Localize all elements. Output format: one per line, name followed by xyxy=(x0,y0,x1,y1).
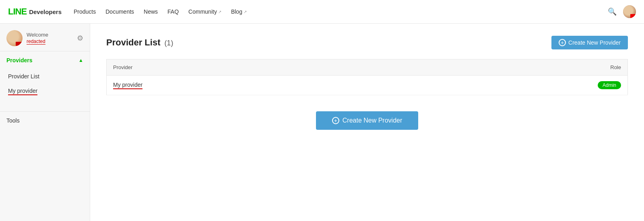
sidebar-avatar-flag xyxy=(16,42,22,46)
sidebar: Welcome redacted ⚙ Providers ▲ Provider … xyxy=(0,24,90,221)
sidebar-welcome: Welcome xyxy=(27,32,77,38)
sidebar-item-my-provider-wrapper: My provider xyxy=(0,84,90,99)
provider-count: (1) xyxy=(164,39,173,47)
provider-name-link[interactable]: My provider xyxy=(113,82,142,89)
column-header-role: Role xyxy=(387,59,628,76)
sidebar-providers-section: Providers ▲ Provider List My provider xyxy=(0,51,90,99)
main-content: Provider List (1) + Create New Provider … xyxy=(90,24,644,221)
providers-section-title: Providers xyxy=(6,57,33,63)
nav-item-faq[interactable]: FAQ xyxy=(167,8,179,15)
providers-section-header[interactable]: Providers ▲ xyxy=(0,51,90,69)
external-link-icon: ↗ xyxy=(218,10,221,14)
nav-items: Products Documents News FAQ Community ↗ … xyxy=(74,8,608,15)
provider-table: Provider Role My provider Admin xyxy=(106,59,628,95)
settings-button[interactable]: ⚙ xyxy=(77,34,83,43)
sidebar-user-info: Welcome redacted xyxy=(27,32,77,45)
avatar[interactable] xyxy=(623,5,636,18)
role-badge: Admin xyxy=(598,81,621,89)
create-new-provider-center-button[interactable]: + Create New Provider xyxy=(316,111,419,130)
top-navigation: LINE Developers Products Documents News … xyxy=(0,0,644,24)
nav-item-blog[interactable]: Blog ↗ xyxy=(231,8,247,15)
page-title: Provider List xyxy=(106,37,160,47)
table-header-row: Provider Role xyxy=(107,59,628,76)
logo-developers: Developers xyxy=(29,8,62,15)
table-body: My provider Admin xyxy=(107,76,628,95)
external-link-icon: ↗ xyxy=(244,10,247,14)
nav-item-community[interactable]: Community ↗ xyxy=(188,8,221,15)
plus-circle-icon-center: + xyxy=(332,117,339,124)
role-cell: Admin xyxy=(387,76,628,95)
create-new-provider-top-button[interactable]: + Create New Provider xyxy=(551,36,628,49)
sidebar-item-tools[interactable]: Tools xyxy=(0,111,90,129)
column-header-provider: Provider xyxy=(107,59,387,76)
page-header: Provider List (1) + Create New Provider xyxy=(106,36,628,49)
nav-item-news[interactable]: News xyxy=(144,8,158,15)
nav-right: 🔍 xyxy=(608,5,636,18)
table-header: Provider Role xyxy=(107,59,628,76)
search-button[interactable]: 🔍 xyxy=(608,7,617,16)
sidebar-user: Welcome redacted ⚙ xyxy=(0,24,90,51)
avatar-image xyxy=(623,5,636,18)
sidebar-item-my-provider[interactable]: My provider xyxy=(0,84,90,99)
center-create-area: + Create New Provider xyxy=(106,111,628,130)
nav-item-documents[interactable]: Documents xyxy=(105,8,134,15)
providers-arrow-icon: ▲ xyxy=(78,57,83,63)
sidebar-avatar xyxy=(6,30,23,46)
provider-name-cell: My provider xyxy=(107,76,387,95)
table-row: My provider Admin xyxy=(107,76,628,95)
avatar-flag xyxy=(630,14,636,18)
page-title-area: Provider List (1) xyxy=(106,37,173,48)
logo-line: LINE xyxy=(8,6,27,17)
plus-circle-icon: + xyxy=(559,39,566,46)
nav-item-products[interactable]: Products xyxy=(74,8,96,15)
page-layout: Welcome redacted ⚙ Providers ▲ Provider … xyxy=(0,24,644,221)
my-provider-link: My provider xyxy=(8,88,37,95)
logo-area[interactable]: LINE Developers xyxy=(8,6,62,17)
sidebar-username: redacted xyxy=(27,39,45,45)
sidebar-item-provider-list[interactable]: Provider List xyxy=(0,69,90,84)
